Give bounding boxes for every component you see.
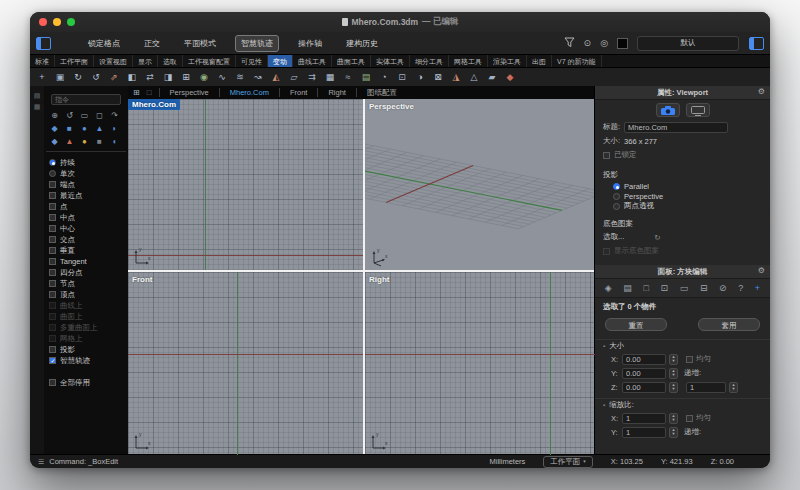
- command-prompt[interactable]: Command: _BoxEdit: [49, 457, 118, 466]
- osnap-point[interactable]: 点: [49, 201, 128, 212]
- selection-filter-icon[interactable]: [564, 37, 575, 50]
- icon-copy[interactable]: ▣: [51, 70, 69, 85]
- icon-taper[interactable]: ◭: [267, 70, 285, 85]
- icon-flow-surface[interactable]: ▤: [357, 70, 375, 85]
- osnap-disable-all[interactable]: 全部停用: [49, 377, 128, 388]
- vtab-right[interactable]: Right: [317, 88, 356, 97]
- osnap-on-mesh[interactable]: 网格上: [49, 333, 128, 344]
- icon-maelstrom[interactable]: ◮: [447, 70, 465, 85]
- panel-icon-notes[interactable]: □: [644, 283, 649, 293]
- locked-row[interactable]: 已锁定: [595, 148, 770, 162]
- osnap-control[interactable]: [49, 269, 56, 276]
- osnap-intersection[interactable]: 交点: [49, 234, 128, 245]
- osnap-control[interactable]: [49, 346, 56, 353]
- command-search-input[interactable]: [51, 94, 121, 105]
- toggle-smarttrack[interactable]: 智慧轨迹: [235, 35, 279, 52]
- right-sidebar-toggle-icon[interactable]: [749, 37, 764, 50]
- panel-icon-material[interactable]: ⊘: [719, 283, 727, 293]
- viewport-right[interactable]: Right y x: [365, 272, 595, 455]
- osnap-control[interactable]: [49, 192, 56, 199]
- tool-icon-light[interactable]: ●: [77, 135, 92, 148]
- cplane-dropdown[interactable]: 工作平面 ▾: [543, 456, 593, 468]
- osnap-end[interactable]: 端点: [49, 179, 128, 190]
- tool-icon-flame[interactable]: ▲: [62, 135, 77, 148]
- osnap-control[interactable]: [49, 214, 56, 221]
- tool-icon-zoom[interactable]: ⊕: [47, 109, 62, 122]
- osnap-project[interactable]: 投影: [49, 344, 128, 355]
- icon-shear[interactable]: ▱: [285, 70, 303, 85]
- icon-bend[interactable]: ↝: [249, 70, 267, 85]
- icon-mirror[interactable]: ◧: [123, 70, 141, 85]
- four-viewports-icon[interactable]: ⊞: [133, 88, 140, 97]
- icon-more-transform[interactable]: ◆: [501, 70, 519, 85]
- radio-perspective[interactable]: Perspective: [595, 191, 770, 201]
- tool-icon-pan[interactable]: ▭: [77, 109, 92, 122]
- camera-view-button[interactable]: [656, 103, 680, 117]
- osnap-control[interactable]: [49, 291, 56, 298]
- osnap-control[interactable]: [49, 357, 56, 364]
- size-section-header[interactable]: ▪ 大小: [595, 339, 770, 352]
- refresh-icon[interactable]: ↻: [654, 233, 660, 242]
- icon-scale[interactable]: ⇗: [105, 70, 123, 85]
- osnap-knot[interactable]: 节点: [49, 278, 128, 289]
- osnap-control[interactable]: [49, 247, 56, 254]
- icon-array-polar[interactable]: ◉: [195, 70, 213, 85]
- osnap-quadrant[interactable]: 四分点: [49, 267, 128, 278]
- icon-squish[interactable]: ▰: [483, 70, 501, 85]
- icon-smooth[interactable]: ◔: [375, 70, 393, 85]
- icon-project[interactable]: ◑: [411, 70, 429, 85]
- osnap-control[interactable]: [49, 170, 56, 177]
- osnap-on-polysurface[interactable]: 多重曲面上: [49, 322, 128, 333]
- radio-parallel[interactable]: Parallel: [595, 181, 770, 191]
- gear-icon[interactable]: ⚙: [758, 87, 765, 96]
- viewport-mhero[interactable]: Mhero.Com y x: [128, 99, 363, 270]
- wallpaper-show-checkbox[interactable]: [603, 248, 610, 255]
- stepper[interactable]: ▲▼: [669, 427, 678, 438]
- stepper[interactable]: ▲▼: [729, 382, 738, 393]
- panel-icon-boxedit[interactable]: +: [755, 283, 760, 293]
- size-z-input[interactable]: [622, 382, 666, 393]
- osnap-on-surface[interactable]: 曲面上: [49, 311, 128, 322]
- wallpaper-show-row[interactable]: 显示底色图案: [595, 244, 770, 258]
- stepper[interactable]: ▲▼: [669, 368, 678, 379]
- toggle-gumball[interactable]: 操作轴: [293, 35, 327, 52]
- osnap-control[interactable]: [49, 302, 56, 309]
- scale-uniform-checkbox[interactable]: [686, 415, 693, 422]
- viewport-title-input[interactable]: [624, 122, 728, 133]
- icon-orient-on-surface[interactable]: ◨: [159, 70, 177, 85]
- menu-icon[interactable]: ☰: [38, 458, 44, 466]
- tool-icon-cylinder[interactable]: ◗: [107, 122, 122, 135]
- osnap-control[interactable]: [49, 324, 56, 331]
- osnap-vertex[interactable]: 顶点: [49, 289, 128, 300]
- tool-icon-box[interactable]: ◆: [47, 122, 62, 135]
- left-sidebar-toggle-icon[interactable]: [36, 37, 51, 50]
- osnap-control[interactable]: [49, 181, 56, 188]
- toggle-grid-snap[interactable]: 锁定格点: [83, 35, 125, 52]
- toggle-planar[interactable]: 平面模式: [179, 35, 221, 52]
- osnap-single[interactable]: 单次: [49, 168, 128, 179]
- osnap-persistent[interactable]: 持续: [49, 157, 128, 168]
- size-y-input[interactable]: [622, 368, 666, 379]
- tool-icon-cone[interactable]: ▲: [92, 122, 107, 135]
- osnap-on-curve[interactable]: 曲线上: [49, 300, 128, 311]
- osnap-control[interactable]: [49, 313, 56, 320]
- panel-icon-help[interactable]: ?: [738, 283, 743, 293]
- toggle-ortho[interactable]: 正交: [139, 35, 165, 52]
- monitor-view-button[interactable]: [686, 103, 710, 117]
- viewport-label-mhero[interactable]: Mhero.Com: [128, 99, 180, 110]
- osnap-smarttrack[interactable]: 智慧轨迹: [49, 355, 128, 366]
- radio-icon[interactable]: [613, 203, 620, 210]
- vtab-front[interactable]: Front: [279, 88, 318, 97]
- vtab-mhero[interactable]: Mhero.Com: [219, 88, 279, 97]
- stepper[interactable]: ▲▼: [669, 413, 678, 424]
- icon-flow[interactable]: ≈: [339, 70, 357, 85]
- viewport-label-front[interactable]: Front: [132, 275, 152, 284]
- icon-array-curve[interactable]: ∿: [213, 70, 231, 85]
- size-x-input[interactable]: [622, 354, 666, 365]
- osnap-mid[interactable]: 中点: [49, 212, 128, 223]
- radio-icon[interactable]: [613, 193, 620, 200]
- reset-button[interactable]: 重置: [605, 318, 667, 331]
- viewport-perspective[interactable]: Perspective: [365, 99, 595, 270]
- tool-icon-curve[interactable]: ◖: [107, 135, 122, 148]
- stepper[interactable]: ▲▼: [669, 354, 678, 365]
